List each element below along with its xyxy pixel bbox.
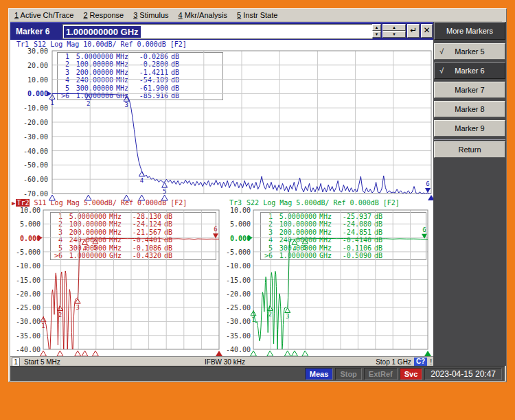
svg-text:4: 4 (293, 245, 296, 252)
plots-canvas: 123456123456123456 (10, 40, 433, 356)
spinner-small: ▲ ▼ (372, 24, 381, 38)
svg-text:6: 6 (426, 180, 429, 187)
marker-value-input[interactable]: 1.000000000 GHz (62, 24, 373, 39)
spin-up-large-icon[interactable]: ▲ (382, 24, 406, 31)
close-entry-button[interactable]: ✕ (421, 24, 433, 38)
entry-label: Marker 6 (16, 27, 49, 36)
svg-text:6: 6 (422, 226, 426, 233)
softkey-marker-6[interactable]: √Marker 6 (434, 62, 505, 79)
svg-text:1: 1 (50, 100, 54, 106)
analyzer-window: 1 Active Ch/Trace2 Response3 Stimulus4 M… (8, 8, 507, 382)
alert-mark: ! (430, 358, 432, 366)
menu-item-response[interactable]: 2 Response (79, 10, 129, 21)
spin-down-large-icon[interactable]: ▼ (382, 31, 406, 38)
svg-text:5: 5 (304, 244, 307, 251)
svg-text:2: 2 (58, 312, 62, 318)
status-stop: Stop (335, 368, 361, 380)
softkey-panel: More Markers√Marker 5√Marker 6Marker 7Ma… (433, 22, 506, 366)
marker-4-tr2: 4 (82, 240, 88, 356)
svg-text:6: 6 (214, 226, 217, 233)
softkey-separator (434, 139, 505, 140)
svg-text:4: 4 (83, 245, 87, 252)
ref-level-arrow-icon (248, 235, 253, 241)
softkey-label: Marker 9 (455, 124, 484, 132)
menu-bar: 1 Active Ch/Trace2 Response3 Stimulus4 M… (10, 10, 502, 22)
ref-level-arrow-icon (38, 235, 43, 241)
softkey-marker-8[interactable]: Marker 8 (434, 101, 505, 117)
softkey-marker-7[interactable]: Marker 7 (434, 82, 505, 98)
menu-item-stimulus[interactable]: 3 Stimulus (129, 10, 174, 21)
softkey-label: Marker 5 (455, 47, 484, 56)
correction-badge: C? (414, 358, 427, 366)
svg-text:3: 3 (124, 102, 128, 108)
status-meas: Meas (305, 368, 334, 380)
menu-item-instr-state[interactable]: 5 Instr State (233, 10, 283, 21)
stop-freq-label: Stop 1 GHz (376, 358, 411, 366)
marker-3-tr1: 3 (124, 96, 130, 200)
marker-6-tr1: 6 (425, 180, 433, 200)
marker-4-tr3: 4 (291, 240, 297, 356)
softkey-label: Marker 7 (455, 86, 484, 94)
softkey-label: Marker 8 (455, 105, 484, 113)
marker-3-tr3: 3 (284, 307, 290, 356)
grid-tr1 (52, 51, 431, 194)
marker-2-tr1: 2 (85, 95, 91, 200)
status-svc: Svc (400, 368, 423, 380)
start-freq-label: Start 5 MHz (24, 358, 60, 366)
svg-text:5: 5 (93, 244, 97, 251)
status-extref: ExtRef (364, 368, 398, 380)
svg-text:3: 3 (286, 313, 289, 320)
lcd-screen: Tr1 S12 Log Mag 10.00dB/ Ref 0.000dB [F2… (10, 40, 433, 366)
marker-6-tr2: 6 (213, 226, 222, 356)
spin-down-icon[interactable]: ▼ (372, 31, 381, 38)
svg-text:2: 2 (268, 311, 272, 318)
menu-item-mkr-analysis[interactable]: 4 Mkr/Analysis (174, 10, 233, 21)
svg-text:1: 1 (41, 323, 45, 329)
entry-value-selected: 1.000000000 GHz (64, 26, 141, 38)
softkey-return[interactable]: Return (434, 141, 505, 158)
grid-tr2 (43, 210, 219, 349)
system-status-bar: MeasStopExtRefSvc 2023-04-15 20:47 (10, 366, 505, 381)
grid-tr3 (253, 210, 428, 349)
svg-text:5: 5 (163, 188, 166, 195)
marker-6-tr3: 6 (422, 226, 431, 356)
softkey-label: Return (458, 145, 481, 154)
softkey-more-markers[interactable]: More Markers (434, 22, 505, 40)
clock: 2023-04-15 20:47 (424, 368, 502, 380)
softkey-marker-9[interactable]: Marker 9 (434, 120, 505, 137)
svg-text:2: 2 (87, 100, 90, 107)
marker-entry-bar: Marker 6 1.000000000 GHz ▲ ▼ ▲ ▼ ↵ ✕ (10, 22, 433, 41)
spinner-large: ▲ ▼ (382, 24, 406, 38)
enter-button[interactable]: ↵ (407, 24, 420, 38)
channel-number-badge: 1 (12, 358, 20, 366)
ifbw-label: IFBW 30 kHz (205, 358, 245, 366)
softkey-marker-5[interactable]: √Marker 5 (434, 43, 505, 60)
check-icon: √ (439, 67, 444, 75)
softkey-label: Marker 6 (455, 67, 484, 75)
svg-text:4: 4 (140, 177, 144, 184)
ref-level-arrow-icon (47, 91, 52, 96)
channel-status-bar: 1 Start 5 MHz IFBW 30 kHz Stop 1 GHz C? … (10, 356, 433, 366)
marker-5-tr1: 5 (161, 183, 168, 200)
marker-4-tr1: 4 (139, 172, 145, 200)
svg-text:3: 3 (76, 304, 79, 311)
check-icon: √ (439, 47, 444, 56)
marker-5-tr3: 5 (302, 239, 308, 356)
menu-item-active-ch-trace[interactable]: 1 Active Ch/Trace (10, 10, 79, 21)
svg-text:1: 1 (251, 316, 255, 323)
spin-up-icon[interactable]: ▲ (372, 24, 381, 31)
softkey-label: More Markers (446, 27, 493, 35)
marker-5-tr2: 5 (92, 239, 98, 356)
